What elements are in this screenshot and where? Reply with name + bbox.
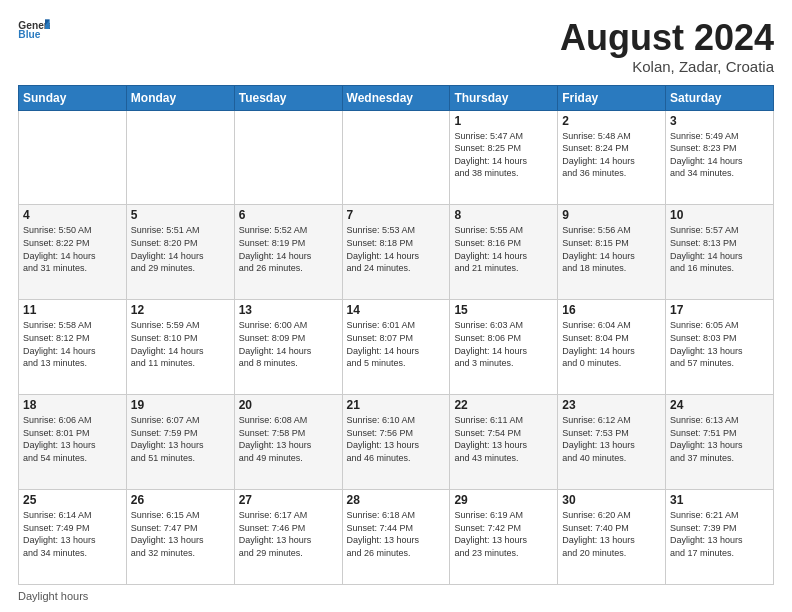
weekday-header-row: SundayMondayTuesdayWednesdayThursdayFrid… — [19, 85, 774, 110]
day-number: 1 — [454, 114, 553, 128]
calendar-cell: 10Sunrise: 5:57 AM Sunset: 8:13 PM Dayli… — [666, 205, 774, 300]
calendar-cell: 30Sunrise: 6:20 AM Sunset: 7:40 PM Dayli… — [558, 490, 666, 585]
day-number: 2 — [562, 114, 661, 128]
calendar-cell: 14Sunrise: 6:01 AM Sunset: 8:07 PM Dayli… — [342, 300, 450, 395]
day-number: 21 — [347, 398, 446, 412]
calendar-cell: 18Sunrise: 6:06 AM Sunset: 8:01 PM Dayli… — [19, 395, 127, 490]
calendar-cell: 4Sunrise: 5:50 AM Sunset: 8:22 PM Daylig… — [19, 205, 127, 300]
day-number: 25 — [23, 493, 122, 507]
weekday-header-monday: Monday — [126, 85, 234, 110]
calendar-cell: 29Sunrise: 6:19 AM Sunset: 7:42 PM Dayli… — [450, 490, 558, 585]
calendar-cell: 8Sunrise: 5:55 AM Sunset: 8:16 PM Daylig… — [450, 205, 558, 300]
calendar-cell: 24Sunrise: 6:13 AM Sunset: 7:51 PM Dayli… — [666, 395, 774, 490]
calendar-cell: 15Sunrise: 6:03 AM Sunset: 8:06 PM Dayli… — [450, 300, 558, 395]
calendar-week-row: 1Sunrise: 5:47 AM Sunset: 8:25 PM Daylig… — [19, 110, 774, 205]
calendar-cell: 22Sunrise: 6:11 AM Sunset: 7:54 PM Dayli… — [450, 395, 558, 490]
day-number: 27 — [239, 493, 338, 507]
calendar-cell: 13Sunrise: 6:00 AM Sunset: 8:09 PM Dayli… — [234, 300, 342, 395]
calendar-week-row: 4Sunrise: 5:50 AM Sunset: 8:22 PM Daylig… — [19, 205, 774, 300]
day-info: Sunrise: 6:00 AM Sunset: 8:09 PM Dayligh… — [239, 319, 338, 369]
day-info: Sunrise: 5:50 AM Sunset: 8:22 PM Dayligh… — [23, 224, 122, 274]
page: General Blue August 2024 Kolan, Zadar, C… — [0, 0, 792, 612]
day-number: 6 — [239, 208, 338, 222]
calendar-cell: 21Sunrise: 6:10 AM Sunset: 7:56 PM Dayli… — [342, 395, 450, 490]
weekday-header-thursday: Thursday — [450, 85, 558, 110]
day-info: Sunrise: 6:18 AM Sunset: 7:44 PM Dayligh… — [347, 509, 446, 559]
day-info: Sunrise: 5:51 AM Sunset: 8:20 PM Dayligh… — [131, 224, 230, 274]
day-info: Sunrise: 6:13 AM Sunset: 7:51 PM Dayligh… — [670, 414, 769, 464]
day-number: 14 — [347, 303, 446, 317]
day-number: 15 — [454, 303, 553, 317]
calendar-cell: 2Sunrise: 5:48 AM Sunset: 8:24 PM Daylig… — [558, 110, 666, 205]
calendar-cell: 28Sunrise: 6:18 AM Sunset: 7:44 PM Dayli… — [342, 490, 450, 585]
calendar-cell: 25Sunrise: 6:14 AM Sunset: 7:49 PM Dayli… — [19, 490, 127, 585]
day-number: 4 — [23, 208, 122, 222]
day-number: 9 — [562, 208, 661, 222]
calendar-cell: 9Sunrise: 5:56 AM Sunset: 8:15 PM Daylig… — [558, 205, 666, 300]
logo-icon: General Blue — [18, 18, 50, 40]
day-info: Sunrise: 5:52 AM Sunset: 8:19 PM Dayligh… — [239, 224, 338, 274]
calendar-cell: 5Sunrise: 5:51 AM Sunset: 8:20 PM Daylig… — [126, 205, 234, 300]
calendar-cell: 31Sunrise: 6:21 AM Sunset: 7:39 PM Dayli… — [666, 490, 774, 585]
day-number: 28 — [347, 493, 446, 507]
weekday-header-saturday: Saturday — [666, 85, 774, 110]
day-number: 20 — [239, 398, 338, 412]
calendar-cell: 7Sunrise: 5:53 AM Sunset: 8:18 PM Daylig… — [342, 205, 450, 300]
day-number: 3 — [670, 114, 769, 128]
day-number: 24 — [670, 398, 769, 412]
day-info: Sunrise: 5:55 AM Sunset: 8:16 PM Dayligh… — [454, 224, 553, 274]
day-number: 23 — [562, 398, 661, 412]
day-info: Sunrise: 6:01 AM Sunset: 8:07 PM Dayligh… — [347, 319, 446, 369]
day-info: Sunrise: 6:10 AM Sunset: 7:56 PM Dayligh… — [347, 414, 446, 464]
calendar-cell — [126, 110, 234, 205]
calendar-week-row: 11Sunrise: 5:58 AM Sunset: 8:12 PM Dayli… — [19, 300, 774, 395]
weekday-header-wednesday: Wednesday — [342, 85, 450, 110]
day-number: 31 — [670, 493, 769, 507]
day-info: Sunrise: 6:15 AM Sunset: 7:47 PM Dayligh… — [131, 509, 230, 559]
day-number: 22 — [454, 398, 553, 412]
day-info: Sunrise: 5:48 AM Sunset: 8:24 PM Dayligh… — [562, 130, 661, 180]
day-number: 29 — [454, 493, 553, 507]
day-number: 8 — [454, 208, 553, 222]
calendar-cell: 17Sunrise: 6:05 AM Sunset: 8:03 PM Dayli… — [666, 300, 774, 395]
location-subtitle: Kolan, Zadar, Croatia — [560, 58, 774, 75]
calendar-cell: 20Sunrise: 6:08 AM Sunset: 7:58 PM Dayli… — [234, 395, 342, 490]
day-number: 18 — [23, 398, 122, 412]
day-info: Sunrise: 6:20 AM Sunset: 7:40 PM Dayligh… — [562, 509, 661, 559]
footer-label: Daylight hours — [18, 590, 88, 602]
calendar-cell: 27Sunrise: 6:17 AM Sunset: 7:46 PM Dayli… — [234, 490, 342, 585]
day-info: Sunrise: 6:14 AM Sunset: 7:49 PM Dayligh… — [23, 509, 122, 559]
svg-text:Blue: Blue — [18, 29, 40, 40]
calendar-cell: 16Sunrise: 6:04 AM Sunset: 8:04 PM Dayli… — [558, 300, 666, 395]
calendar-cell: 11Sunrise: 5:58 AM Sunset: 8:12 PM Dayli… — [19, 300, 127, 395]
day-info: Sunrise: 6:19 AM Sunset: 7:42 PM Dayligh… — [454, 509, 553, 559]
weekday-header-sunday: Sunday — [19, 85, 127, 110]
weekday-header-friday: Friday — [558, 85, 666, 110]
calendar-cell — [342, 110, 450, 205]
day-number: 17 — [670, 303, 769, 317]
calendar-week-row: 18Sunrise: 6:06 AM Sunset: 8:01 PM Dayli… — [19, 395, 774, 490]
day-info: Sunrise: 6:12 AM Sunset: 7:53 PM Dayligh… — [562, 414, 661, 464]
calendar-cell: 1Sunrise: 5:47 AM Sunset: 8:25 PM Daylig… — [450, 110, 558, 205]
day-number: 30 — [562, 493, 661, 507]
day-info: Sunrise: 6:05 AM Sunset: 8:03 PM Dayligh… — [670, 319, 769, 369]
day-info: Sunrise: 6:03 AM Sunset: 8:06 PM Dayligh… — [454, 319, 553, 369]
day-number: 11 — [23, 303, 122, 317]
day-info: Sunrise: 5:53 AM Sunset: 8:18 PM Dayligh… — [347, 224, 446, 274]
day-number: 10 — [670, 208, 769, 222]
calendar-cell: 19Sunrise: 6:07 AM Sunset: 7:59 PM Dayli… — [126, 395, 234, 490]
month-title: August 2024 — [560, 18, 774, 58]
calendar-cell: 3Sunrise: 5:49 AM Sunset: 8:23 PM Daylig… — [666, 110, 774, 205]
logo: General Blue — [18, 18, 50, 40]
day-info: Sunrise: 5:59 AM Sunset: 8:10 PM Dayligh… — [131, 319, 230, 369]
day-number: 13 — [239, 303, 338, 317]
header: General Blue August 2024 Kolan, Zadar, C… — [18, 18, 774, 75]
day-number: 5 — [131, 208, 230, 222]
calendar-week-row: 25Sunrise: 6:14 AM Sunset: 7:49 PM Dayli… — [19, 490, 774, 585]
day-info: Sunrise: 5:57 AM Sunset: 8:13 PM Dayligh… — [670, 224, 769, 274]
calendar-cell: 12Sunrise: 5:59 AM Sunset: 8:10 PM Dayli… — [126, 300, 234, 395]
calendar-cell: 26Sunrise: 6:15 AM Sunset: 7:47 PM Dayli… — [126, 490, 234, 585]
calendar-cell — [19, 110, 127, 205]
day-info: Sunrise: 6:21 AM Sunset: 7:39 PM Dayligh… — [670, 509, 769, 559]
day-number: 19 — [131, 398, 230, 412]
